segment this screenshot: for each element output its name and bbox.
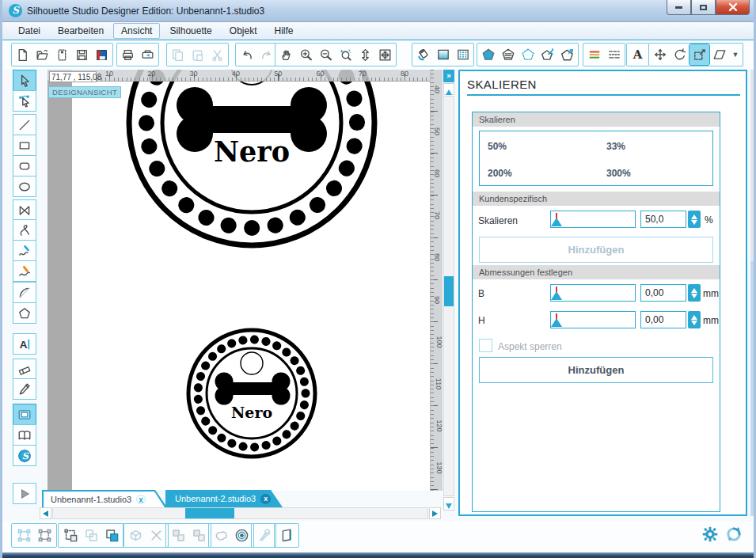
tab-document-2[interactable]: Unbenannt-2.studio3 x: [165, 490, 283, 507]
simplify-button[interactable]: [211, 525, 231, 546]
point-edit-tool-button[interactable]: [13, 90, 36, 112]
group-button[interactable]: [60, 525, 81, 546]
zoom-scale-button[interactable]: [355, 44, 375, 65]
zoom-selection-button[interactable]: [336, 44, 355, 65]
line-fill-style-button[interactable]: [498, 44, 518, 65]
regular-polygon-tool-button[interactable]: [13, 302, 36, 324]
line-color-button[interactable]: [584, 44, 604, 65]
menu-hilfe[interactable]: Hilfe: [266, 23, 301, 39]
delete-button[interactable]: [146, 525, 166, 546]
line-style-button[interactable]: [604, 44, 624, 65]
polygon-tool-button[interactable]: [13, 199, 36, 221]
send-to-silhouette-button[interactable]: [138, 44, 158, 65]
height-input[interactable]: 0,00: [640, 311, 686, 328]
save-button[interactable]: [72, 44, 92, 65]
store-view-button[interactable]: S: [13, 445, 36, 466]
pan-button[interactable]: [276, 44, 296, 65]
send-to-cut-button[interactable]: [13, 483, 36, 504]
width-input[interactable]: 0,00: [640, 284, 686, 302]
dimensions-apply-button[interactable]: Hinzufügen: [479, 357, 713, 383]
lock-aspect-checkbox[interactable]: [479, 339, 492, 352]
bring-forward-button[interactable]: [168, 525, 188, 546]
open-library-page-button[interactable]: [52, 44, 72, 65]
menu-ansicht[interactable]: Ansicht: [113, 23, 160, 39]
rounded-rectangle-tool-button[interactable]: [13, 155, 36, 177]
height-slider[interactable]: [550, 311, 636, 328]
eraser-tool-button[interactable]: [13, 359, 36, 380]
gradient-fill-button[interactable]: [433, 44, 453, 65]
width-spinner[interactable]: [688, 284, 701, 302]
preset-200-button[interactable]: 200%: [488, 168, 512, 179]
redo-button[interactable]: [256, 44, 276, 65]
shear-panel-button[interactable]: [709, 44, 729, 65]
text-style-button[interactable]: A: [628, 44, 648, 65]
custom-scale-slider[interactable]: [550, 211, 636, 228]
send-backward-button[interactable]: [188, 525, 209, 546]
weld-button[interactable]: [101, 525, 122, 546]
select-tool-button[interactable]: [13, 70, 36, 91]
curve-tool-button[interactable]: [13, 219, 36, 241]
scroll-left-button[interactable]: [40, 507, 51, 519]
preset-50-button[interactable]: 50%: [488, 141, 507, 152]
refresh-icon[interactable]: [725, 526, 743, 543]
line-tool-button[interactable]: [13, 114, 36, 135]
fill-style-button[interactable]: [478, 44, 498, 65]
more-panels-button[interactable]: ▼: [729, 44, 742, 65]
zoom-in-button[interactable]: [296, 44, 316, 65]
expand-panel-button[interactable]: »: [443, 70, 454, 82]
text-tool-button[interactable]: A: [13, 333, 36, 355]
panel-scroll-thumb[interactable]: [750, 261, 756, 516]
arc-tool-button[interactable]: [13, 282, 36, 303]
fit-to-page-button[interactable]: [375, 44, 395, 65]
scale-panel-button[interactable]: [690, 44, 709, 65]
width-slider[interactable]: [550, 284, 636, 302]
smooth-freehand-tool-button[interactable]: [13, 260, 36, 282]
copy-button[interactable]: [168, 44, 188, 65]
print-button[interactable]: [118, 44, 138, 65]
vertical-scroll-track[interactable]: [443, 96, 454, 496]
zoom-out-button[interactable]: [316, 44, 336, 65]
resize-selection-button[interactable]: [13, 525, 34, 546]
scroll-up-button[interactable]: [443, 83, 454, 95]
move-panel-button[interactable]: [650, 44, 670, 65]
sketch-style-button[interactable]: [518, 44, 538, 65]
settings-gear-icon[interactable]: [701, 526, 719, 543]
preset-33-button[interactable]: 33%: [606, 141, 625, 152]
horizontal-scrollbar[interactable]: [40, 507, 441, 519]
shadow-3d-button[interactable]: [125, 525, 146, 546]
transform-selection-button[interactable]: [34, 525, 55, 546]
height-spinner[interactable]: [688, 311, 701, 328]
tab-2-close-button[interactable]: x: [260, 494, 271, 504]
slider-thumb[interactable]: [551, 218, 562, 226]
freehand-tool-button[interactable]: [13, 240, 36, 261]
vertical-scrollbar[interactable]: »: [443, 70, 454, 511]
scroll-down-button[interactable]: [443, 497, 454, 511]
menu-objekt[interactable]: Objekt: [222, 23, 265, 39]
titlebar[interactable]: S Silhouette Studio Designer Edition: Un…: [0, 0, 756, 22]
undo-button[interactable]: [237, 44, 256, 65]
close-button[interactable]: [716, 0, 750, 15]
cut-button[interactable]: [207, 44, 227, 65]
fill-color-button[interactable]: [413, 44, 433, 65]
menu-bearbeiten[interactable]: Bearbeiten: [50, 23, 112, 39]
scroll-right-button[interactable]: [429, 507, 441, 519]
custom-apply-button[interactable]: Hinzufügen: [479, 237, 713, 263]
menu-silhouette[interactable]: Silhouette: [161, 23, 219, 39]
offset-style-button[interactable]: [557, 44, 577, 65]
offset-rings-button[interactable]: [231, 525, 252, 546]
minimize-button[interactable]: [667, 0, 691, 15]
design-drawing[interactable]: Nero Nero: [47, 70, 430, 491]
ellipse-tool-button[interactable]: [13, 176, 36, 197]
new-document-button[interactable]: [13, 44, 32, 65]
slider-thumb[interactable]: [551, 318, 562, 327]
horizontal-scroll-thumb[interactable]: [185, 508, 234, 518]
panel-scroll-strip[interactable]: [750, 70, 756, 516]
ungroup-button[interactable]: [81, 525, 101, 546]
paste-button[interactable]: [188, 44, 207, 65]
library-view-button[interactable]: [13, 424, 36, 446]
rotate-panel-button[interactable]: [670, 44, 690, 65]
horizontal-scroll-track[interactable]: [52, 507, 428, 519]
knife-tool-button[interactable]: [13, 378, 36, 400]
custom-scale-input[interactable]: 50,0: [640, 211, 686, 228]
rhinestone-style-button[interactable]: [538, 44, 557, 65]
